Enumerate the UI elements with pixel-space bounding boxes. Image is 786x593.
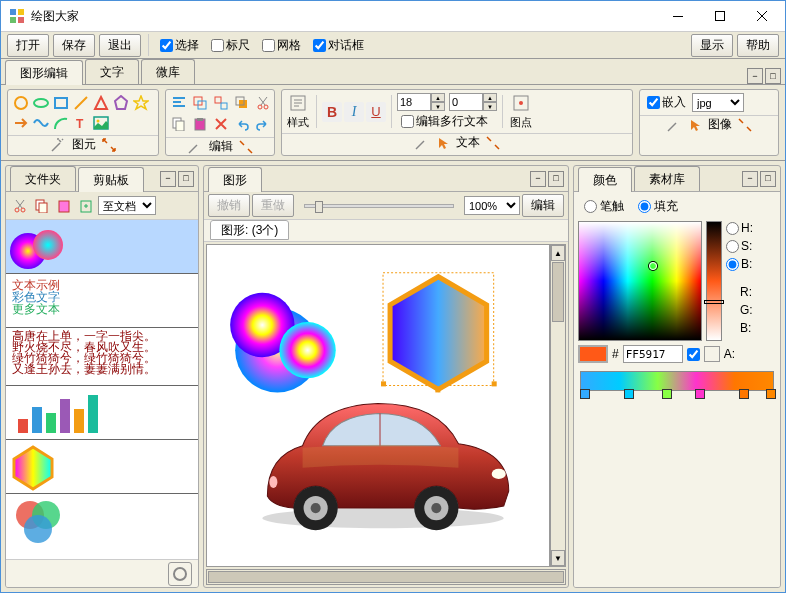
delete-icon[interactable] [211, 114, 231, 134]
ribbon-close-button[interactable]: □ [765, 68, 781, 84]
align-left-icon[interactable] [169, 93, 189, 113]
expand-icon[interactable] [738, 118, 752, 132]
tab-canvas[interactable]: 图形 [208, 167, 262, 192]
shape-rect-icon[interactable] [51, 93, 70, 112]
save-button[interactable]: 保存 [53, 34, 95, 57]
zoom-select[interactable]: 100% [464, 196, 520, 215]
color-spectrum[interactable] [578, 221, 702, 341]
redo-icon[interactable] [253, 114, 273, 134]
paste-icon[interactable] [190, 114, 210, 134]
close-button[interactable] [741, 2, 783, 30]
grid-checkbox[interactable]: 网格 [262, 37, 301, 54]
clipboard-list[interactable]: 文本示例彩色文字更多文本 高唐在上单，一字一指尖。野火烧不尽，春风吹又生。绿竹猗… [6, 220, 198, 559]
italic-button[interactable]: I [344, 102, 364, 122]
clip-item[interactable] [6, 494, 198, 548]
panel-max-button[interactable]: □ [760, 171, 776, 187]
expand-icon[interactable] [239, 140, 253, 154]
brush-radio[interactable]: 笔触 [584, 198, 624, 215]
shape-image-icon[interactable] [91, 113, 110, 132]
wand-icon[interactable] [187, 139, 203, 155]
dialog-checkbox[interactable]: 对话框 [313, 37, 364, 54]
paste-new-icon[interactable] [76, 196, 96, 216]
tab-clipboard[interactable]: 剪贴板 [78, 167, 144, 192]
alpha-swatch[interactable] [704, 346, 720, 362]
copy-icon[interactable] [32, 196, 52, 216]
hue-slider[interactable] [706, 221, 722, 341]
gradient-bar[interactable] [580, 371, 774, 391]
maximize-button[interactable] [699, 2, 741, 30]
embed-checkbox[interactable]: 嵌入 [647, 94, 686, 111]
ungroup-icon[interactable] [211, 93, 231, 113]
spacing-stepper[interactable]: ▲▼ [449, 93, 497, 111]
channel-h-radio[interactable]: H: [726, 221, 753, 235]
pointer-icon[interactable] [688, 118, 702, 132]
undo-button[interactable]: 撤销 [208, 194, 250, 217]
wand-icon[interactable] [414, 135, 430, 151]
select-checkbox[interactable]: 选择 [160, 37, 199, 54]
minimize-button[interactable] [657, 2, 699, 30]
clip-item[interactable] [6, 440, 198, 494]
clip-item[interactable] [6, 386, 198, 440]
group-icon[interactable] [190, 93, 210, 113]
tab-material[interactable]: 素材库 [634, 166, 700, 191]
panel-min-button[interactable]: − [742, 171, 758, 187]
font-size-stepper[interactable]: ▲▼ [397, 93, 445, 111]
shape-line-icon[interactable] [71, 93, 90, 112]
panel-max-button[interactable]: □ [178, 171, 194, 187]
panel-min-button[interactable]: − [530, 171, 546, 187]
cut-icon[interactable] [10, 196, 30, 216]
vertical-scrollbar[interactable]: ▲▼ [550, 244, 566, 567]
tab-shape-edit[interactable]: 图形编辑 [5, 60, 83, 85]
shape-ellipse-icon[interactable] [31, 93, 50, 112]
exit-button[interactable]: 退出 [99, 34, 141, 57]
copy-icon[interactable] [169, 114, 189, 134]
tab-text[interactable]: 文字 [85, 59, 139, 84]
undo-icon[interactable] [232, 114, 252, 134]
panel-min-button[interactable]: − [160, 171, 176, 187]
style-icon[interactable] [288, 93, 308, 113]
channel-b-radio[interactable]: B: [726, 257, 753, 271]
shape-triangle-icon[interactable] [91, 93, 110, 112]
anchor-icon[interactable] [511, 93, 531, 113]
horizontal-scrollbar[interactable] [206, 569, 566, 585]
pointer-icon[interactable] [436, 136, 450, 150]
bring-front-icon[interactable] [232, 93, 252, 113]
help-button[interactable]: 帮助 [737, 34, 779, 57]
paste-icon[interactable] [54, 196, 74, 216]
underline-button[interactable]: U [366, 102, 386, 122]
ruler-checkbox[interactable]: 标尺 [211, 37, 250, 54]
clip-item[interactable]: 文本示例彩色文字更多文本 [6, 274, 198, 328]
selected-hexagon[interactable] [381, 273, 497, 393]
hex-input[interactable] [623, 345, 683, 363]
shape-circle-icon[interactable] [11, 93, 30, 112]
canvas[interactable] [206, 244, 550, 567]
multiline-checkbox[interactable]: 编辑多行文本 [401, 113, 493, 130]
bold-button[interactable]: B [322, 102, 342, 122]
tab-color[interactable]: 颜色 [578, 167, 632, 192]
edit-button[interactable]: 编辑 [522, 194, 564, 217]
panel-max-button[interactable]: □ [548, 171, 564, 187]
to-doc-select[interactable]: 至文档 [98, 196, 156, 215]
format-select[interactable]: jpg [692, 93, 744, 112]
wand-icon[interactable] [50, 137, 66, 153]
display-button[interactable]: 显示 [691, 34, 733, 57]
record-icon[interactable] [168, 562, 192, 586]
shape-polygon-icon[interactable] [111, 93, 130, 112]
fill-radio[interactable]: 填充 [638, 198, 678, 215]
wand-icon[interactable] [666, 117, 682, 133]
expand-icon[interactable] [486, 136, 500, 150]
current-color-swatch[interactable] [578, 345, 608, 363]
alpha-checkbox[interactable] [687, 348, 700, 361]
tab-microlib[interactable]: 微库 [141, 59, 195, 84]
zoom-slider[interactable] [304, 204, 454, 208]
expand-icon[interactable] [102, 138, 116, 152]
redo-button[interactable]: 重做 [252, 194, 294, 217]
car-shape[interactable] [262, 403, 508, 530]
shape-star-icon[interactable] [131, 93, 150, 112]
shape-wave-icon[interactable] [31, 113, 50, 132]
shape-texttool-icon[interactable]: T [71, 113, 90, 132]
tab-folder[interactable]: 文件夹 [10, 166, 76, 191]
shape-arrow-icon[interactable] [11, 113, 30, 132]
shape-arc-icon[interactable] [51, 113, 70, 132]
channel-s-radio[interactable]: S: [726, 239, 753, 253]
